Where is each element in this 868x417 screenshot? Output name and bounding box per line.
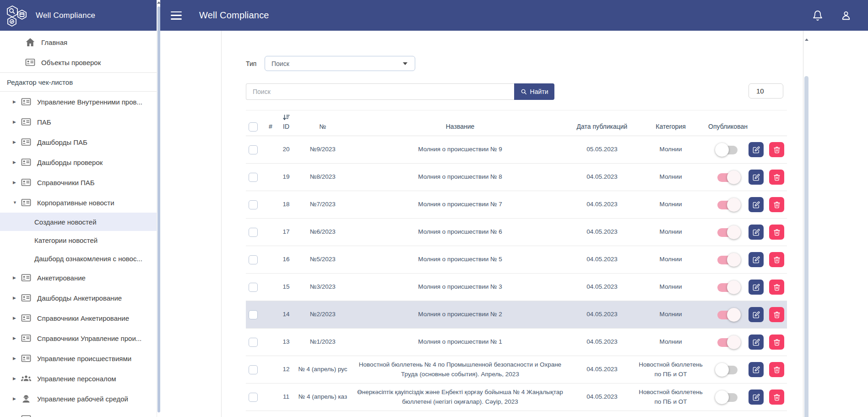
sidebar-item[interactable]: ▶ Справочники Анкетирование [0,308,157,328]
news-table: # ID № Название Дата публикаций Категори… [246,110,787,411]
sidebar-item[interactable]: ▶ Справочники Управление прои... [0,328,157,348]
table-row[interactable]: 12 № 4 (апрель) рус Новостной бюллетень … [246,356,787,384]
account-person-icon[interactable] [841,10,852,21]
table-row[interactable]: 19 №8/2023 Молния о происшествии № 8 04.… [246,164,787,191]
row-checkbox[interactable] [249,365,258,374]
table-row[interactable]: 17 №6/2023 Молния о происшествии № 6 04.… [246,219,787,246]
edit-button[interactable] [749,307,764,322]
edit-button[interactable] [749,225,764,240]
header-id[interactable]: ID [283,122,289,132]
table-row[interactable]: 16 №5/2023 Молния о происшествии № 5 04.… [246,246,787,274]
table-row[interactable]: 20 №9/2023 Молния о происшествии № 9 05.… [246,136,787,164]
edit-button[interactable] [749,362,764,377]
table-row[interactable]: 18 №7/2023 Молния о происшествии № 7 04.… [246,191,787,219]
sidebar-item[interactable]: ▶ Справочники ПАБ [0,172,157,192]
delete-button[interactable] [769,307,784,322]
edit-button[interactable] [749,390,764,405]
table-row[interactable]: 13 №1/2023 Молния о происшествии № 1 04.… [246,329,787,356]
sidebar-subitem[interactable]: Создание новостей [0,213,157,231]
edit-button[interactable] [749,170,764,185]
row-checkbox[interactable] [249,338,258,347]
edit-button[interactable] [749,252,764,267]
row-category: Молнии [634,200,707,209]
row-checkbox[interactable] [249,145,258,154]
main-scrollbar[interactable] [803,31,809,417]
row-checkbox[interactable] [249,173,258,182]
expand-arrow-icon[interactable]: ▶ [13,275,21,280]
scroll-up-arrow-icon[interactable] [805,38,808,41]
expand-arrow-icon[interactable]: ▼ [13,200,21,205]
publish-toggle[interactable] [715,390,741,405]
expand-arrow-icon[interactable]: ▶ [13,160,21,165]
sidebar-item[interactable]: ▶ Дашборды проверок [0,152,157,172]
expand-arrow-icon[interactable]: ▶ [13,296,21,300]
table-row[interactable]: 15 №3/2023 Молния о происшествии № 3 04.… [246,274,787,301]
type-filter-select[interactable]: Поиск [265,56,415,71]
search-button[interactable]: Найти [514,83,554,100]
sidebar-scrollbar[interactable] [157,0,160,417]
publish-toggle[interactable] [715,225,741,240]
row-checkbox[interactable] [249,228,258,237]
row-checkbox[interactable] [249,393,258,402]
sidebar-item[interactable]: ▶ ПАБ [0,112,157,132]
publish-toggle[interactable] [715,252,741,268]
expand-arrow-icon[interactable]: ▶ [13,180,21,185]
row-checkbox[interactable] [249,283,258,292]
sidebar-item[interactable]: ▶ Анкетирование [0,268,157,288]
delete-button[interactable] [769,280,784,295]
notifications-bell-icon[interactable] [812,10,823,21]
delete-button[interactable] [769,197,784,212]
expand-arrow-icon[interactable]: ▶ [13,99,21,104]
table-row[interactable]: 14 №2/2023 Молния о происшествии № 2 04.… [246,301,787,329]
edit-button[interactable] [749,280,764,295]
publish-toggle[interactable] [715,142,741,158]
page-size-input[interactable] [749,83,783,99]
delete-button[interactable] [769,142,784,157]
sidebar-item[interactable]: ▶ Управление происшествиями [0,348,157,368]
delete-button[interactable] [769,390,784,405]
edit-button[interactable] [749,335,764,350]
sidebar-item[interactable]: Главная [0,32,157,52]
publish-toggle[interactable] [715,362,741,378]
row-title: Молния о происшествии № 7 [350,200,570,209]
sidebar-item[interactable]: ▶ Дашборды ПАБ [0,132,157,152]
delete-button[interactable] [769,170,784,185]
menu-hamburger-icon[interactable] [171,11,182,20]
expand-arrow-icon[interactable]: ▶ [13,356,21,361]
delete-button[interactable] [769,335,784,350]
sidebar-item[interactable]: ▶ [0,409,157,417]
edit-button[interactable] [749,142,764,157]
sidebar-item[interactable]: ▶ Управление персоналом [0,368,157,389]
delete-button[interactable] [769,362,784,377]
sidebar-item[interactable]: ▶ Управление рабочей средой [0,389,157,409]
row-checkbox[interactable] [249,200,258,209]
row-checkbox[interactable] [249,310,258,319]
edit-button[interactable] [749,197,764,212]
select-all-checkbox[interactable] [249,122,258,132]
expand-arrow-icon[interactable]: ▶ [13,316,21,320]
sidebar-item[interactable]: ▶ Управление Внутренними пров... [0,92,157,112]
publish-toggle[interactable] [715,197,741,213]
sidebar-subitem[interactable]: Дашборд ознакомления с новос... [0,249,157,268]
publish-toggle[interactable] [715,307,741,323]
sort-icon[interactable] [283,114,290,121]
expand-arrow-icon[interactable]: ▶ [13,140,21,144]
publish-toggle[interactable] [715,170,741,185]
table-row[interactable]: 11 № 4 (апрель) каз Өнеркәсіптік қауіпсі… [246,384,787,411]
sidebar-subitem[interactable]: Категории новостей [0,231,157,249]
delete-button[interactable] [769,252,784,267]
main-scrollbar-thumb[interactable] [804,76,808,417]
sidebar-item[interactable]: Объекты проверок [0,52,157,72]
sidebar-item[interactable]: ▶ Дашборды Анкетирование [0,288,157,308]
expand-arrow-icon[interactable]: ▶ [13,120,21,124]
row-checkbox[interactable] [249,255,258,264]
sidebar-item[interactable]: ▼ Корпоративные новости [0,192,157,213]
delete-button[interactable] [769,225,784,240]
expand-arrow-icon[interactable]: ▶ [13,376,21,381]
search-input[interactable] [246,83,514,100]
expand-arrow-icon[interactable]: ▶ [13,396,21,401]
publish-toggle[interactable] [715,280,741,295]
expand-arrow-icon[interactable]: ▶ [13,336,21,340]
publish-toggle[interactable] [715,335,741,350]
scroll-up-arrow-icon[interactable] [157,1,161,5]
